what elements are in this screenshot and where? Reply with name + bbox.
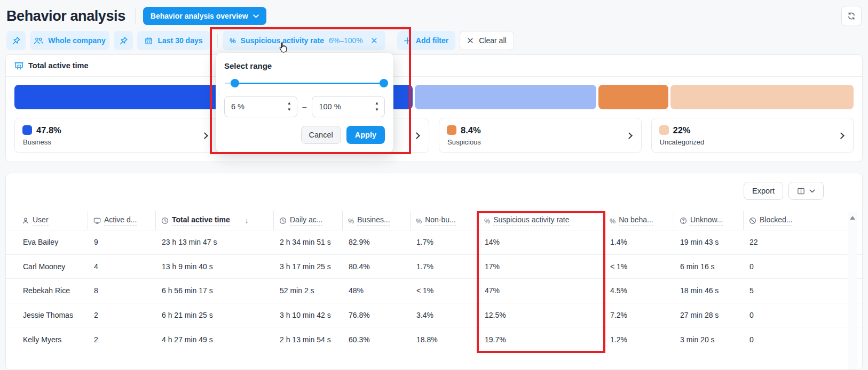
user-icon [22,217,29,224]
cell-no-beha: 1.4% [604,238,674,246]
clear-all-label: Clear all [479,36,506,45]
column-settings-button[interactable] [788,182,824,200]
column-header-non-bu[interactable]: %Non-bu... [410,211,478,230]
cell-unknow: 3 min 20 s [674,335,743,344]
overview-dropdown-label: Behavior analysis overview [151,12,248,20]
apply-button[interactable]: Apply [346,126,385,144]
bar-segment-suspicious[interactable] [598,85,668,109]
calendar-icon [145,37,153,45]
cell-blocked: 0 [743,262,802,271]
column-header-blocked[interactable]: Blocked... [743,211,802,230]
filter-chip-whole-company[interactable]: Whole company [30,31,109,50]
cell-busines: 80.4% [342,262,410,271]
table-row-kelly-myers[interactable]: Kelly Myers24 h 27 min 49 s2 h 13 min 54… [6,327,862,352]
table-toolbar: Export [6,173,862,200]
column-header-unknow[interactable]: Unknow... [674,211,743,230]
slider-min-handle[interactable] [231,79,239,87]
bar-segment-uncategorized[interactable] [670,85,854,109]
filter-chip-date-range[interactable]: Last 30 days [137,31,210,50]
summary-card-business[interactable]: 47.8% Business [14,118,217,153]
slider-selected-range [235,83,384,84]
pin-date-range-button[interactable] [114,31,133,50]
presentation-chart-icon [14,61,23,70]
cell-non-bu: < 1% [410,286,478,295]
top-bar: Behavior analysis Behavior analysis over… [0,0,868,27]
export-button[interactable]: Export [744,182,783,200]
cell-no-beha: 1.2% [604,335,674,344]
stacked-bar-wrap [6,77,862,109]
export-label: Export [752,187,775,195]
cell-daily-ac: 2 h 34 min 51 s [273,238,342,246]
clear-all-button[interactable]: Clear all [460,31,514,50]
question-circle-icon [680,217,687,224]
cancel-button[interactable]: Cancel [301,126,341,144]
cell-active-d: 2 [88,311,155,319]
cell-active-d: 4 [88,262,155,271]
pin-whole-company-button[interactable] [6,31,26,50]
column-header-suspicious-activity-rate[interactable]: %Suspicious activity rate [478,211,604,230]
filter-bar: Whole company Last 30 days % Suspicious … [0,27,868,50]
cell-daily-ac: 52 min 2 s [273,286,342,295]
panel-title: Total active time [28,61,89,70]
max-percent-input[interactable]: 100 % ▲ ▼ [312,96,385,117]
table-body: Eva Bailey923 h 13 min 47 s2 h 34 min 51… [6,230,862,352]
cell-unknow: 6 min 16 s [674,262,743,271]
cell-active-d: 2 [88,335,155,344]
pin-icon [12,36,21,45]
cell-busines: 60.3% [342,335,410,344]
cell-no-beha: < 1% [604,262,674,271]
range-slider[interactable] [225,79,384,87]
cell-daily-ac: 3 h 10 min 42 s [273,311,342,319]
uncategorized-color-swatch [659,125,669,135]
add-filter-button[interactable]: Add filter [397,31,455,50]
cell-unknow: 27 min 28 s [674,311,743,319]
cell-total-active-time: 4 h 27 min 49 s [155,335,273,344]
filter-chip-suspicious-label: Suspicious activity rate [241,36,324,45]
max-input-spinners: ▲ ▼ [375,101,379,112]
clock-icon [161,217,169,224]
column-header-daily-ac[interactable]: Daily ac... [273,211,342,230]
refresh-button[interactable] [841,6,862,26]
min-percent-input[interactable]: 6 % ▲ ▼ [224,96,297,117]
overview-dropdown-button[interactable]: Behavior analysis overview [143,7,266,25]
table-row-carl-mooney[interactable]: Carl Mooney413 h 9 min 40 s3 h 17 min 25… [6,255,862,279]
table-scrollbar[interactable] [848,212,857,369]
table-row-jessie-thomas[interactable]: Jessie Thomas26 h 21 min 25 s3 h 10 min … [6,303,862,328]
table-row-rebekah-rice[interactable]: Rebekah Rice86 h 56 min 17 s52 min 2 s48… [6,279,862,303]
bar-segment-covered-by-dialog[interactable] [415,85,596,109]
business-value: 47.8% [36,125,61,135]
scroll-up-icon[interactable] [850,216,855,220]
cell-no-beha: 7.2% [604,311,674,319]
cell-non-bu: 1.7% [410,262,478,271]
cell-suspicious-activity-rate: 19.7% [478,335,604,344]
cell-non-bu: 18.8% [410,335,478,344]
slider-max-handle[interactable] [380,79,388,87]
column-header-busines[interactable]: %Busines... [342,211,410,230]
column-header-no-beha[interactable]: %No beha... [604,211,674,230]
blocked-icon [749,217,756,224]
refresh-icon [847,12,856,20]
clock-icon [279,217,287,224]
filter-chip-date-range-label: Last 30 days [157,36,202,45]
remove-filter-icon[interactable] [370,36,378,45]
summary-card-uncategorized[interactable]: 22% Uncategorized [651,118,854,153]
cell-total-active-time: 6 h 21 min 25 s [155,311,273,319]
spinner-up-icon[interactable]: ▲ [375,101,379,106]
max-percent-value: 100 % [319,102,341,111]
column-header-user[interactable]: User [17,211,88,230]
page-title: Behavior analysis [6,8,125,25]
popup-buttons: Cancel Apply [224,126,385,144]
filter-chip-suspicious-activity-rate[interactable]: % Suspicious activity rate 6%–100% [223,31,385,50]
column-header-total-active-time[interactable]: Total active time↓ [155,211,273,230]
suspicious-value: 8.4% [461,125,481,135]
plus-icon [404,37,411,44]
column-header-active-d[interactable]: Active d... [88,211,155,230]
chevron-right-icon [201,132,208,139]
spinner-down-icon[interactable]: ▼ [375,108,379,112]
table-row-eva-bailey[interactable]: Eva Bailey923 h 13 min 47 s2 h 34 min 51… [6,230,862,255]
spinner-down-icon[interactable]: ▼ [287,108,291,112]
cell-user: Jessie Thomas [17,311,88,319]
spinner-up-icon[interactable]: ▲ [287,101,291,106]
summary-card-suspicious[interactable]: 8.4% Suspicious [439,118,642,153]
cell-total-active-time: 23 h 13 min 47 s [155,238,273,246]
